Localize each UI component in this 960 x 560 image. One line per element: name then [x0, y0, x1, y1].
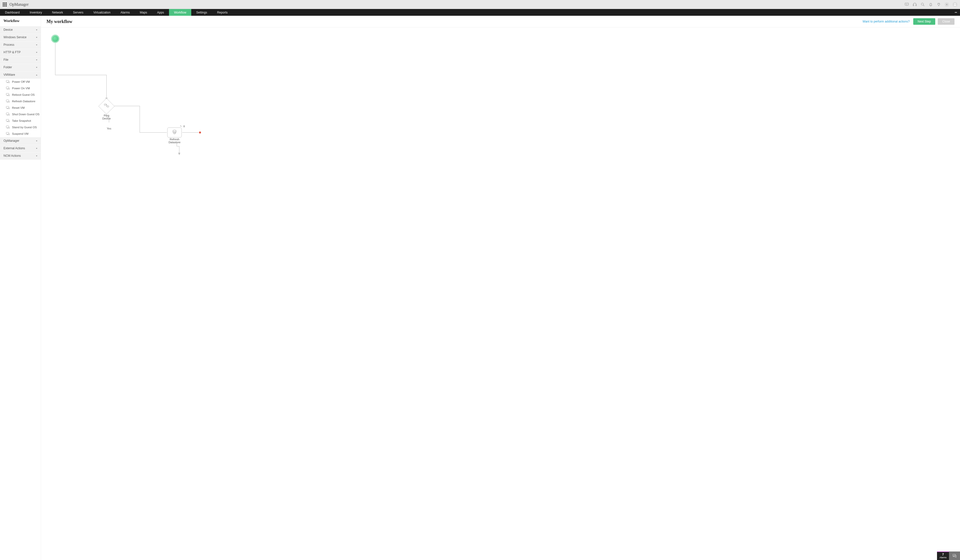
start-node[interactable]: [51, 35, 59, 43]
cat-vmware[interactable]: VMWare▴: [0, 71, 41, 78]
action-take-snapshot[interactable]: Take Snapshot: [0, 117, 41, 124]
gear-icon[interactable]: [944, 2, 949, 7]
cat-folder[interactable]: Folder▾: [0, 64, 41, 71]
chevron-down-icon: ▾: [36, 59, 37, 61]
nav-network[interactable]: Network: [47, 9, 68, 16]
svg-rect-20: [6, 126, 9, 128]
chevron-down-icon: ▾: [36, 66, 37, 69]
svg-point-11: [8, 95, 10, 96]
svg-rect-8: [6, 87, 9, 88]
svg-point-24: [199, 131, 201, 133]
cat-device[interactable]: Device▾: [0, 26, 41, 34]
action-power-on-vm[interactable]: Power On VM: [0, 85, 41, 91]
activity-refresh-datastore[interactable]: [167, 128, 182, 138]
svg-point-7: [8, 82, 10, 83]
action-power-off-vm[interactable]: Power Off VM: [0, 78, 41, 85]
activity-label: RefreshDatastore: [163, 138, 186, 144]
action-reboot-guest-os[interactable]: Reboot Guest OS: [0, 91, 41, 98]
search-icon[interactable]: [920, 2, 925, 7]
action-label: Refresh Datastore: [12, 100, 35, 103]
apps-grid-icon[interactable]: [3, 2, 7, 7]
cat-http-ftp[interactable]: HTTP & FTP▾: [0, 48, 41, 56]
nav-more-icon[interactable]: [952, 9, 960, 16]
action-refresh-datastore[interactable]: Refresh Datastore: [0, 98, 41, 104]
action-label: Take Snapshot: [12, 119, 31, 122]
nav-reports[interactable]: Reports: [212, 9, 232, 16]
cat-opmanager[interactable]: OpManager▾: [0, 137, 41, 144]
action-label: Suspend VM: [12, 132, 29, 135]
user-avatar[interactable]: [952, 2, 957, 7]
edit-activity-icon[interactable]: ✎: [180, 125, 182, 128]
action-label: Reboot Guest OS: [12, 93, 35, 96]
svg-point-5: [955, 3, 956, 5]
next-step-button[interactable]: Next Step: [913, 18, 936, 25]
svg-point-9: [8, 88, 10, 90]
flow-connectors: [41, 27, 366, 203]
action-label: Shut Down Guest OS: [12, 113, 40, 116]
cat-file[interactable]: File▾: [0, 56, 41, 64]
svg-rect-6: [6, 80, 9, 82]
chevron-down-icon: ▾: [36, 140, 37, 142]
svg-rect-1: [913, 5, 914, 6]
decision-ping-device[interactable]: [98, 98, 115, 114]
branch-yes-label: Yes: [107, 127, 111, 130]
action-stand-by-guest-os[interactable]: Stand by Guest OS: [0, 124, 41, 131]
vm-action-icon: [6, 80, 10, 83]
cat-windows-service[interactable]: Windows Service▾: [0, 34, 41, 41]
nav-virtualization[interactable]: Virtualization: [88, 9, 115, 16]
cat-external-actions[interactable]: External Actions▾: [0, 144, 41, 152]
svg-point-17: [8, 114, 10, 115]
chevron-down-icon: ▾: [36, 155, 37, 157]
cat-ncm-actions[interactable]: NCM Actions▾: [0, 152, 41, 160]
svg-point-13: [8, 101, 10, 102]
decision-label: PingDevice: [96, 114, 117, 120]
chat-dock[interactable]: [949, 552, 960, 560]
chevron-down-icon: ▾: [36, 44, 37, 46]
nav-alarms[interactable]: Alarms: [115, 9, 135, 16]
workflow-canvas[interactable]: PingDevice Yes ✎ 🗑 RefreshDatastore 7Ala…: [41, 27, 960, 560]
bell-icon[interactable]: [928, 2, 933, 7]
bottom-dock: 7Alarms: [937, 552, 960, 560]
svg-point-21: [8, 127, 10, 128]
alarms-dock[interactable]: 7Alarms: [937, 552, 949, 560]
chevron-down-icon: ▾: [36, 29, 37, 31]
nav-servers[interactable]: Servers: [68, 9, 88, 16]
chevron-down-icon: ▾: [36, 36, 37, 38]
action-suspend-vm[interactable]: Suspend VM: [0, 131, 41, 137]
nav-workflow[interactable]: Workflow: [169, 9, 191, 16]
vm-action-icon: [6, 119, 10, 123]
chevron-down-icon: ▾: [36, 147, 37, 149]
headset-icon[interactable]: [912, 2, 917, 7]
nav-apps[interactable]: Apps: [152, 9, 169, 16]
svg-rect-22: [6, 132, 9, 134]
nav-settings[interactable]: Settings: [191, 9, 212, 16]
action-label: Power On VM: [12, 87, 30, 90]
network-devices-icon: [104, 104, 109, 109]
cat-process[interactable]: Process▾: [0, 41, 41, 48]
activity-tools: ✎ 🗑: [180, 125, 185, 128]
nav-maps[interactable]: Maps: [135, 9, 152, 16]
svg-rect-2: [916, 5, 917, 6]
vm-action-icon: [6, 106, 10, 109]
help-link[interactable]: Want to perform additional actions?: [862, 20, 909, 23]
sidebar-title: Workflow: [0, 16, 41, 26]
action-shut-down-guest-os[interactable]: Shut Down Guest OS: [0, 111, 41, 117]
vm-action-icon: [6, 125, 10, 129]
svg-point-4: [946, 4, 947, 5]
svg-rect-16: [6, 113, 9, 115]
svg-rect-25: [104, 104, 106, 105]
vm-action-icon: [6, 93, 10, 96]
action-label: Power Off VM: [12, 80, 30, 83]
present-icon[interactable]: [904, 2, 909, 7]
svg-rect-26: [107, 106, 109, 107]
action-reset-vm[interactable]: Reset VM: [0, 104, 41, 111]
sidebar: Workflow Device▾Windows Service▾Process▾…: [0, 16, 41, 560]
vm-action-icon: [6, 99, 10, 103]
chevron-up-icon: ▴: [36, 74, 37, 76]
close-button[interactable]: Close: [938, 18, 955, 25]
workflow-title: My workflow: [46, 19, 72, 24]
delete-activity-icon[interactable]: 🗑: [183, 125, 185, 128]
nav-inventory[interactable]: Inventory: [25, 9, 47, 16]
plug-icon[interactable]: [936, 2, 941, 7]
nav-dashboard[interactable]: Dashboard: [0, 9, 25, 16]
